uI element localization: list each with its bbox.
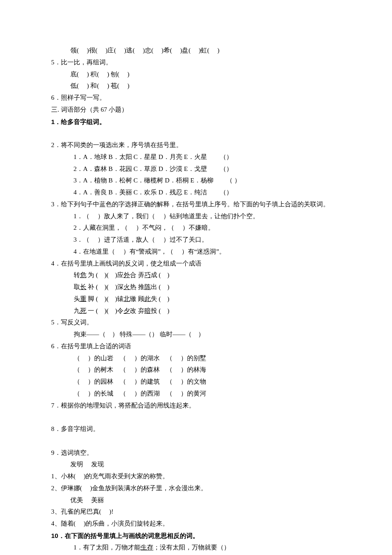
underlined-word: 暗: [144, 307, 151, 314]
q5-row-a: 底( ) 积( ) 刨( ): [51, 69, 343, 81]
w10-sent-2: 2．地球上的光明是太阳送来的，没有太阳，将到处是（）；地球上的温暖也是太阳送来的…: [51, 553, 343, 555]
w9-sent-2: 2、伊琳娜( )金鱼放到装满水的杯子里，水会漫出来。: [51, 483, 343, 494]
q5-row-b: 低( ) 和( ) 苞( ): [51, 80, 343, 92]
w1-title: 1．给多音字组词。: [51, 116, 343, 128]
text: 出 ( ): [151, 283, 170, 290]
w2-opt-3: 3．A．植物 B．松树 C．橄榄树 D．梧桐 E．杨柳 （ ）: [51, 175, 343, 187]
underlined-word: 危: [80, 272, 86, 278]
w5-row: 拘束——（ ） 特殊——（） 临时——（ ）: [51, 329, 343, 341]
w4-row-3: 头重 脚 ( )( )辕北辙 顾此失 ( ): [51, 293, 343, 305]
underlined-word: 重: [80, 295, 86, 302]
underlined-word: 长: [80, 283, 86, 290]
w5-title: 5．写反义词。: [51, 317, 343, 329]
w8-title: 8．多音字组词。: [51, 423, 343, 435]
underlined-word: 巧: [144, 272, 151, 278]
text: 补 ( )( )深: [86, 283, 124, 290]
w2-opt-1: 1．A．地球 B．太阳 C．星星 D．月亮 E．火星 （）: [51, 151, 343, 163]
w6-row-3: （ ）的园林 （ ）的建筑 （ ）的文物: [51, 376, 343, 388]
w6-title: 6．在括号里填上合适的词语: [51, 341, 343, 353]
underlined-word: 北: [124, 295, 130, 302]
w6-row-4: （ ）的长城 （ ）的西湖 （ ）的黄河: [51, 388, 343, 400]
text: 头: [74, 295, 80, 302]
w9-sent-4: 4、随着( )的乐曲，小演员们旋转起来。: [51, 518, 343, 530]
text: 取: [74, 283, 80, 290]
text: 转: [74, 272, 80, 278]
w9-wordgroup-1: 发明 发现: [51, 459, 343, 471]
w9-sent-3: 3、孔雀的尾巴真( )!: [51, 506, 343, 518]
text: 投 ( ): [151, 307, 170, 314]
w3-sent-4: 4．在地道里（ ）有“警戒洞”，（ ）有“迷惑洞”。: [51, 246, 343, 258]
text: 合 弄: [130, 272, 144, 278]
underlined-word: 此: [144, 295, 151, 302]
w10-sent-1: 1．有了太阳，万物才能生存；没有太阳，万物就要（）: [51, 542, 343, 554]
w9-title: 9．选词填空。: [51, 447, 343, 459]
w9-wordgroup-2: 优美 美丽: [51, 494, 343, 506]
underlined-word: 火: [124, 283, 130, 290]
w6-row-2: （ ）的树木 （ ）的森林 （ ）的林海: [51, 364, 343, 376]
w3-title: 3．给下列句子中蓝色的字选择正确的解释，在括号里填上序号。给下面的句子填上合适的…: [51, 199, 343, 211]
q5-title: 5．比一比，再组词。: [51, 57, 343, 69]
section-3-heading: 三. 词语部分（共 67 小题）: [51, 104, 343, 116]
text: ；没有太阳，万物就要（）: [153, 544, 230, 551]
w2-opt-4: 4．A．善良 B．美丽 C．欢乐 D．残忍 E．纯洁 （）: [51, 187, 343, 199]
text: 改 弃: [130, 307, 144, 314]
w2-opt-2: 2．A．森林 B．花园 C．草原 D．沙漠 E．戈壁 （）: [51, 163, 343, 175]
text: 九: [74, 307, 80, 314]
w7-title: 7．根据你的地理知识，将搭配合适的用线连起来。: [51, 400, 343, 412]
w6-row-1: （ ）的山岩 （ ）的湖水 （ ）的别墅: [51, 353, 343, 364]
w3-sent-2: 2．人藏在洞里，（ ）不气闷，（ ）不嫌暗。: [51, 222, 343, 234]
text: 1．有了太阳，万物才能: [74, 544, 141, 551]
text: 热 推: [130, 283, 144, 290]
text: 脚 ( )( )辕: [86, 295, 124, 302]
w4-row-2: 取长 补 ( )( )深火热 推陈出 ( ): [51, 281, 343, 293]
underlined-word: 外: [124, 272, 130, 278]
underlined-word: 夕: [124, 307, 130, 314]
text: 辙 顾: [130, 295, 144, 302]
document-page: 领( )很( )庄( )逃( )忠( )希( )盘( )虹( ) 5．比一比，再…: [0, 0, 392, 555]
fill-blank-line: 领( )很( )庄( )逃( )忠( )希( )盘( )虹( ): [51, 45, 343, 57]
w3-sent-1: 1．（ ）敌人来了，我们（ ）钻到地道里去，让他们扑个空。: [51, 211, 343, 223]
text: 失 ( ): [151, 295, 170, 302]
underlined-word: 死: [80, 307, 86, 314]
w4-title: 4．在括号里填上画线词的反义词，使之组成一个成语: [51, 258, 343, 270]
w2-title: 2．将不同类的一项选出来，序号填在括号里。: [51, 139, 343, 151]
q6-title: 6．照样子写一写。: [51, 92, 343, 104]
text: 一 ( )( )令: [86, 307, 124, 314]
w4-row-4: 九死 一 ( )( )令夕改 弃暗投 ( ): [51, 305, 343, 317]
w10-title: 10．在下面的括号里填上与画线的词意思相反的词。: [51, 530, 343, 542]
text: 为 ( )( )应: [86, 272, 124, 278]
underlined-word: 陈: [144, 283, 151, 290]
underlined-word: 生存: [141, 544, 153, 551]
text: 成 ( ): [151, 272, 170, 278]
w4-row-1: 转危 为 ( )( )应外合 弄巧成 ( ): [51, 269, 343, 281]
w3-sent-3: 3．（ ）进了活道，敌人（ ）过不了关口。: [51, 234, 343, 246]
w9-sent-1: 1、小林( )的充气雨衣受到大家的称赞。: [51, 471, 343, 483]
